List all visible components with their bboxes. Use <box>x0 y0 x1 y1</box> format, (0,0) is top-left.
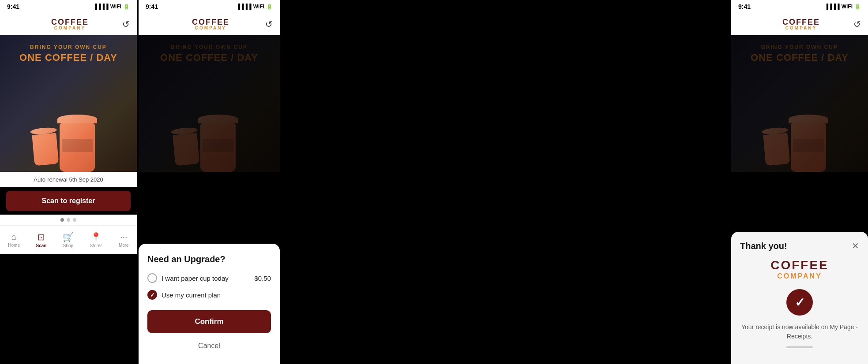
home-icon: ⌂ <box>11 232 17 242</box>
scan-to-register-button[interactable]: Scan to register <box>6 191 131 211</box>
thankyou-logo: COFFEE COMPANY <box>740 258 859 280</box>
screen3-panel: 9:41 ▐▐▐▐ WiFi 🔋 COFFEE COMPANY ↺ BRING … <box>731 0 868 364</box>
nav-more-label: More <box>119 243 129 248</box>
cancel-button[interactable]: Cancel <box>147 338 271 353</box>
dots-indicator <box>0 215 137 225</box>
option-current-plan-row: Use my current plan <box>147 290 271 300</box>
card-title: Thank you! <box>740 241 787 251</box>
hero-title-1: ONE COFFEE / DAY <box>19 52 117 63</box>
battery-icon-3: 🔋 <box>854 4 861 10</box>
status-icons-3: ▐▐▐▐ WiFi 🔋 <box>825 4 861 10</box>
wifi-icon-2: WiFi <box>253 4 264 10</box>
radio-current-plan[interactable] <box>147 290 157 300</box>
top-nav-3: COFFEE COMPANY ↺ <box>731 13 868 35</box>
check-circle <box>786 289 813 316</box>
home-indicator <box>786 346 813 348</box>
status-time-1: 9:41 <box>7 3 19 10</box>
brand-logo-1: COFFEE COMPANY <box>51 18 89 30</box>
brand-company-2: COMPANY <box>195 26 226 30</box>
cup-small-body-1 <box>32 133 59 166</box>
black-middle-panel <box>280 0 729 364</box>
scan-icon: ⊡ <box>38 232 45 242</box>
brand-coffee-1: COFFEE <box>51 18 89 26</box>
signal-icon-2: ▐▐▐▐ <box>237 4 252 10</box>
option-paper-cup-price: $0.50 <box>254 275 271 282</box>
cup-lid-1 <box>57 115 97 123</box>
refresh-icon-1[interactable]: ↺ <box>122 19 130 30</box>
brand-coffee-3: COFFEE <box>782 18 820 26</box>
nav-shop-label: Shop <box>63 243 73 248</box>
refresh-icon-2[interactable]: ↺ <box>265 19 273 30</box>
top-nav-1: COFFEE COMPANY ↺ <box>0 13 137 35</box>
screen2-panel: 9:41 ▐▐▐▐ WiFi 🔋 COFFEE COMPANY ↺ BRING … <box>139 0 280 364</box>
shop-icon: 🛒 <box>63 232 74 242</box>
confirm-button[interactable]: Confirm <box>147 310 271 333</box>
status-time-3: 9:41 <box>738 3 751 10</box>
hero-bring-1: BRING YOUR OWN CUP <box>30 44 107 50</box>
refresh-icon-3[interactable]: ↺ <box>853 19 861 30</box>
option-paper-cup-row: I want paper cup today $0.50 <box>147 273 271 283</box>
brand-company-3: COMPANY <box>785 26 817 30</box>
upgrade-modal: Need an Upgrade? I want paper cup today … <box>139 244 280 364</box>
status-icons-1: ▐▐▐▐ WiFi 🔋 <box>94 4 130 10</box>
thankyou-company: COMPANY <box>777 272 822 280</box>
dot-1 <box>60 218 64 222</box>
nav-more[interactable]: ··· More <box>119 232 129 248</box>
stores-icon: 📍 <box>90 232 101 242</box>
cup-small-1 <box>31 127 59 168</box>
brand-logo-3: COFFEE COMPANY <box>782 18 820 30</box>
status-icons-2: ▐▐▐▐ WiFi 🔋 <box>237 4 273 10</box>
renewal-text: Auto-renewal 5th Sep 2020 <box>0 172 137 187</box>
nav-stores-label: Stores <box>90 243 102 248</box>
card-header: Thank you! ✕ <box>740 241 859 251</box>
more-icon: ··· <box>120 232 128 242</box>
status-bar-1: 9:41 ▐▐▐▐ WiFi 🔋 <box>0 0 137 13</box>
nav-scan[interactable]: ⊡ Scan <box>36 232 46 248</box>
status-bar-3: 9:41 ▐▐▐▐ WiFi 🔋 <box>731 0 868 13</box>
option-current-plan-left: Use my current plan <box>147 290 221 300</box>
thankyou-coffee: COFFEE <box>770 258 829 272</box>
radio-paper-cup[interactable] <box>147 273 157 283</box>
brand-logo-2: COFFEE COMPANY <box>192 18 229 30</box>
signal-icon-1: ▐▐▐▐ <box>94 4 109 10</box>
brand-company-1: COMPANY <box>54 26 86 30</box>
nav-shop[interactable]: 🛒 Shop <box>63 232 74 248</box>
modal-title: Need an Upgrade? <box>147 254 271 264</box>
wifi-icon-1: WiFi <box>110 4 121 10</box>
option-paper-cup-left: I want paper cup today <box>147 273 229 283</box>
cup-illustration-1 <box>33 84 104 172</box>
top-nav-2: COFFEE COMPANY ↺ <box>139 13 280 35</box>
cup-band-1 <box>62 139 93 152</box>
close-button[interactable]: ✕ <box>852 241 859 251</box>
battery-icon-2: 🔋 <box>266 4 273 10</box>
nav-home[interactable]: ⌂ Home <box>8 232 20 248</box>
option-current-plan-label: Use my current plan <box>162 291 221 299</box>
status-time-2: 9:41 <box>146 3 158 10</box>
signal-icon-3: ▐▐▐▐ <box>825 4 840 10</box>
cup-body-1 <box>60 123 95 172</box>
bottom-nav-1: ⌂ Home ⊡ Scan 🛒 Shop 📍 Stores ··· More <box>0 225 137 254</box>
dot-3 <box>73 218 76 222</box>
brand-coffee-2: COFFEE <box>192 18 229 26</box>
nav-stores[interactable]: 📍 Stores <box>90 232 102 248</box>
nav-home-label: Home <box>8 243 20 248</box>
nav-scan-label: Scan <box>36 243 46 248</box>
dot-2 <box>67 218 70 222</box>
wifi-icon-3: WiFi <box>842 4 853 10</box>
screen1-panel: 9:41 ▐▐▐▐ WiFi 🔋 COFFEE COMPANY ↺ BRING … <box>0 0 137 364</box>
option-paper-cup-label: I want paper cup today <box>162 275 229 282</box>
cup-main-1 <box>60 115 95 172</box>
status-bar-2: 9:41 ▐▐▐▐ WiFi 🔋 <box>139 0 280 13</box>
battery-icon-1: 🔋 <box>123 4 130 10</box>
hero-1: BRING YOUR OWN CUP ONE COFFEE / DAY <box>0 35 137 172</box>
receipt-text: Your receipt is now available on My Page… <box>740 323 859 341</box>
thankyou-card: Thank you! ✕ COFFEE COMPANY Your receipt… <box>731 232 868 364</box>
